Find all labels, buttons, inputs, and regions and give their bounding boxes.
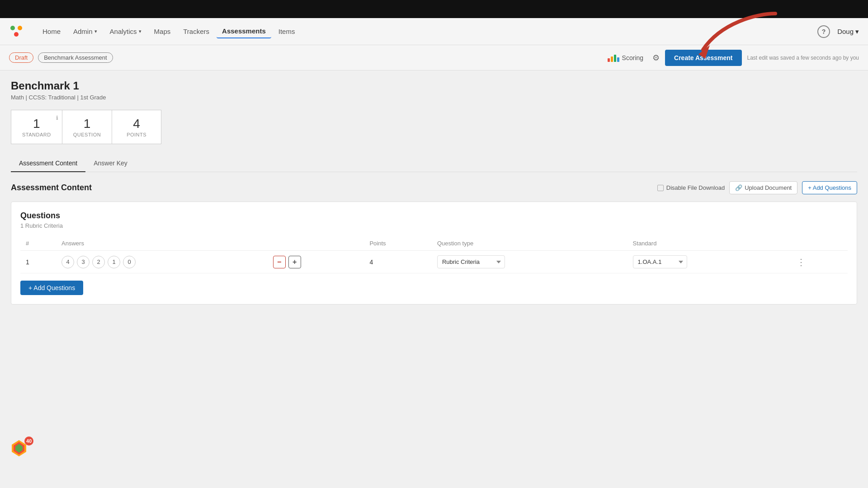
stat-points-label: POINTS [127, 132, 146, 137]
top-bar [0, 0, 868, 18]
create-assessment-button[interactable]: Create Assessment [665, 50, 741, 66]
analytics-chevron: ▾ [139, 28, 142, 34]
user-chevron: ▾ [855, 28, 859, 36]
benchmark-badge: Benchmark Assessment [38, 52, 113, 63]
question-type-select[interactable]: Rubric Criteria Multiple Choice True/Fal… [437, 255, 505, 268]
col-question-type: Question type [432, 236, 627, 251]
page-title: Benchmark 1 [11, 80, 857, 92]
section-title: Assessment Content [11, 183, 92, 192]
user-name: Doug [837, 28, 854, 35]
answer-bubble-4[interactable]: 4 [61, 256, 74, 268]
table-row: 1 4 3 2 1 0 − [20, 251, 848, 273]
points-control: − + [273, 256, 359, 268]
add-questions-bottom-button[interactable]: + Add Questions [20, 281, 83, 295]
badge-icon[interactable]: 40 [9, 438, 32, 461]
questions-title: Questions [20, 211, 848, 221]
col-standard: Standard [627, 236, 789, 251]
toolbar: Draft Benchmark Assessment Scoring ⚙ Cre… [0, 45, 868, 70]
scoring-button[interactable]: Scoring [604, 52, 647, 64]
scoring-icon [608, 54, 619, 62]
row-number: 1 [20, 251, 56, 273]
nav-assessments[interactable]: Assessments [217, 24, 271, 38]
answer-bubbles: 4 3 2 1 0 [61, 256, 262, 268]
nav-items[interactable]: Items [273, 25, 301, 38]
col-actions [789, 236, 848, 251]
row-question-type: Rubric Criteria Multiple Choice True/Fal… [432, 251, 627, 273]
stat-standard: ℹ 1 STANDARD [11, 110, 62, 144]
answer-bubble-0[interactable]: 0 [123, 256, 136, 268]
add-questions-bottom: + Add Questions [20, 281, 848, 295]
stat-question-number: 1 [84, 117, 91, 131]
tabs: Assessment Content Answer Key [11, 155, 857, 172]
col-number: # [20, 236, 56, 251]
main-area: Benchmark 1 Math | CCSS: Traditional | 1… [0, 70, 868, 314]
stat-standard-number: 1 [33, 117, 40, 131]
stat-points: 4 POINTS [112, 110, 161, 144]
stat-standard-label: STANDARD [22, 132, 51, 137]
answer-bubble-3[interactable]: 3 [77, 256, 90, 268]
row-answers: 4 3 2 1 0 [56, 251, 267, 273]
draft-badge: Draft [9, 52, 33, 63]
col-points-control [268, 236, 364, 251]
info-icon[interactable]: ℹ [56, 115, 58, 121]
nav-links: Home Admin ▾ Analytics ▾ Maps Trackers A… [37, 24, 817, 38]
answer-bubble-2[interactable]: 2 [92, 256, 105, 268]
disable-download-label[interactable]: Disable File Download [657, 184, 725, 191]
badge-count: 40 [24, 436, 33, 446]
disable-download-checkbox[interactable] [657, 185, 664, 191]
toolbar-wrapper: Draft Benchmark Assessment Scoring ⚙ Cre… [0, 45, 868, 70]
rubric-criteria-label: 1 Rubric Criteria [20, 222, 848, 229]
points-increase-button[interactable]: + [288, 256, 301, 268]
points-decrease-button[interactable]: − [273, 256, 286, 268]
answer-bubble-1[interactable]: 1 [108, 256, 120, 268]
link-icon: 🔗 [735, 184, 742, 191]
toolbar-right: Scoring ⚙ Create Assessment Last edit wa… [604, 50, 859, 66]
row-points-control: − + [268, 251, 364, 273]
row-more: ⋮ [789, 251, 848, 273]
nav-trackers[interactable]: Trackers [178, 25, 215, 38]
gear-icon[interactable]: ⚙ [652, 53, 660, 63]
nav-home[interactable]: Home [37, 25, 66, 38]
save-status: Last edit was saved a few seconds ago by… [747, 55, 859, 61]
stat-question: 1 QUESTION [62, 110, 112, 144]
add-questions-header-button[interactable]: + Add Questions [802, 181, 857, 194]
disable-download-text: Disable File Download [666, 184, 725, 191]
bottom-badge[interactable]: 40 [9, 438, 32, 461]
row-points: 4 [364, 251, 432, 273]
admin-chevron: ▾ [94, 28, 97, 34]
logo[interactable] [9, 24, 24, 39]
table-header-row: # Answers Points Question type Standard [20, 236, 848, 251]
nav-analytics[interactable]: Analytics ▾ [104, 25, 147, 38]
stats-row: ℹ 1 STANDARD 1 QUESTION 4 POINTS [11, 110, 857, 144]
navigation: Home Admin ▾ Analytics ▾ Maps Trackers A… [0, 18, 868, 45]
upload-document-button[interactable]: 🔗 Upload Document [729, 181, 797, 194]
scoring-label: Scoring [622, 54, 643, 61]
col-answers: Answers [56, 236, 267, 251]
stat-points-number: 4 [133, 117, 140, 131]
svg-point-1 [18, 26, 22, 30]
questions-table: # Answers Points Question type Standard … [20, 236, 848, 273]
svg-point-2 [14, 32, 19, 37]
standard-select[interactable]: 1.OA.A.1 [633, 255, 687, 268]
page-subtitle: Math | CCSS: Traditional | 1st Grade [11, 94, 857, 101]
nav-right: ? Doug ▾ [817, 25, 859, 38]
more-options-button[interactable]: ⋮ [795, 255, 807, 269]
nav-maps[interactable]: Maps [149, 25, 176, 38]
tab-assessment-content[interactable]: Assessment Content [11, 155, 85, 172]
tab-answer-key[interactable]: Answer Key [85, 155, 136, 172]
section-actions: Disable File Download 🔗 Upload Document … [657, 181, 857, 194]
main-content: Benchmark 1 Math | CCSS: Traditional | 1… [0, 70, 868, 488]
stat-question-label: QUESTION [73, 132, 101, 137]
row-standard: 1.OA.A.1 [627, 251, 789, 273]
svg-point-0 [10, 26, 15, 30]
col-points: Points [364, 236, 432, 251]
questions-panel: Questions 1 Rubric Criteria # Answers Po… [11, 202, 857, 305]
help-button[interactable]: ? [817, 25, 830, 38]
nav-admin[interactable]: Admin ▾ [68, 25, 103, 38]
user-menu[interactable]: Doug ▾ [837, 28, 859, 36]
section-header: Assessment Content Disable File Download… [11, 181, 857, 194]
upload-label: Upload Document [745, 184, 792, 191]
